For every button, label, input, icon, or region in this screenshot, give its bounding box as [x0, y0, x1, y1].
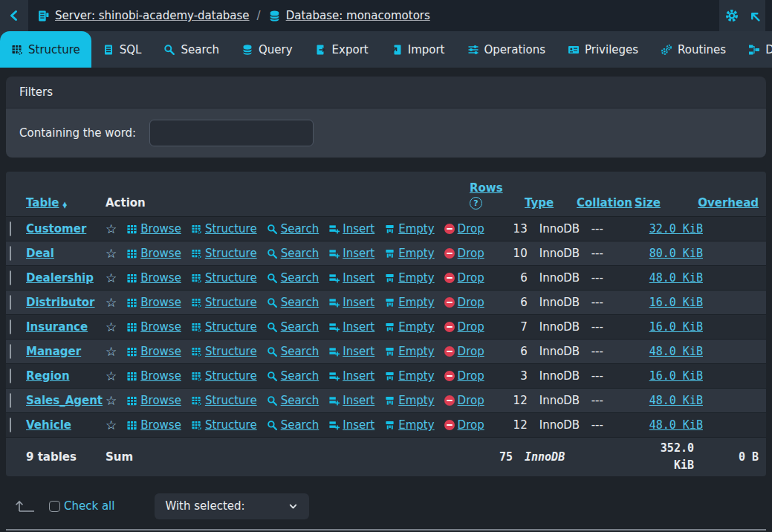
- database-link[interactable]: Database: monacomotors: [286, 9, 430, 22]
- search-link[interactable]: Search: [267, 369, 319, 383]
- search-link[interactable]: Search: [267, 247, 319, 260]
- insert-link[interactable]: Insert: [328, 247, 374, 260]
- row-checkbox[interactable]: [10, 221, 11, 236]
- breadcrumb-database[interactable]: Database: monacomotors: [268, 9, 430, 22]
- drop-link[interactable]: Drop: [444, 222, 484, 236]
- browse-link[interactable]: Browse: [126, 271, 181, 285]
- row-checkbox[interactable]: [10, 344, 11, 359]
- drop-link[interactable]: Drop: [444, 296, 484, 309]
- empty-link[interactable]: Empty: [384, 271, 434, 285]
- browse-link[interactable]: Browse: [126, 345, 181, 358]
- browse-link[interactable]: Browse: [126, 247, 181, 260]
- drop-link[interactable]: Drop: [444, 418, 484, 432]
- drop-link[interactable]: Drop: [444, 271, 484, 285]
- rows-sort-link[interactable]: Rows: [470, 181, 503, 195]
- tab-export[interactable]: Export: [304, 31, 380, 68]
- breadcrumb-server[interactable]: Server: shinobi-academy-database: [37, 9, 250, 22]
- favorite-star-icon[interactable]: ☆: [106, 346, 117, 358]
- structure-link[interactable]: Structure: [191, 320, 257, 334]
- collation-sort-link[interactable]: Collation: [577, 196, 632, 210]
- server-link[interactable]: Server: shinobi-academy-database: [55, 9, 250, 22]
- browse-link[interactable]: Browse: [126, 320, 181, 334]
- insert-link[interactable]: Insert: [328, 345, 374, 358]
- favorite-star-icon[interactable]: ☆: [106, 296, 117, 309]
- structure-link[interactable]: Structure: [191, 296, 257, 309]
- tab-structure[interactable]: Structure: [0, 31, 91, 68]
- table-name-link[interactable]: Distributor: [26, 296, 95, 309]
- with-selected-select[interactable]: With selected:: [155, 493, 309, 519]
- search-link[interactable]: Search: [267, 296, 319, 309]
- drop-link[interactable]: Drop: [444, 369, 484, 383]
- empty-link[interactable]: Empty: [384, 320, 434, 334]
- structure-link[interactable]: Structure: [191, 247, 257, 260]
- tab-sql[interactable]: SQL: [91, 31, 153, 68]
- structure-link[interactable]: Structure: [191, 222, 257, 236]
- favorite-star-icon[interactable]: ☆: [106, 395, 117, 407]
- row-size-link[interactable]: 16.0 KiB: [649, 320, 703, 334]
- row-checkbox[interactable]: [10, 295, 11, 310]
- structure-link[interactable]: Structure: [191, 345, 257, 358]
- check-all[interactable]: Check all: [49, 499, 114, 513]
- back-button[interactable]: [0, 0, 28, 31]
- tab-query[interactable]: Query: [230, 31, 304, 68]
- tab-privileges[interactable]: Privileges: [557, 31, 649, 68]
- row-size-link[interactable]: 32.0 KiB: [649, 222, 703, 236]
- table-name-link[interactable]: Insurance: [26, 320, 88, 334]
- table-name-link[interactable]: Region: [26, 369, 70, 383]
- browse-link[interactable]: Browse: [126, 222, 181, 236]
- row-checkbox[interactable]: [10, 319, 11, 334]
- expand-icon[interactable]: [748, 10, 761, 22]
- insert-link[interactable]: Insert: [328, 418, 374, 432]
- row-size-link[interactable]: 48.0 KiB: [649, 271, 703, 285]
- browse-link[interactable]: Browse: [126, 394, 181, 407]
- row-size-link[interactable]: 16.0 KiB: [649, 369, 703, 383]
- table-name-link[interactable]: Deal: [26, 247, 54, 260]
- search-link[interactable]: Search: [267, 418, 319, 432]
- empty-link[interactable]: Empty: [384, 296, 434, 309]
- search-link[interactable]: Search: [267, 394, 319, 407]
- check-all-checkbox[interactable]: [49, 501, 60, 512]
- favorite-star-icon[interactable]: ☆: [106, 223, 117, 236]
- table-name-link[interactable]: Dealership: [26, 271, 94, 285]
- empty-link[interactable]: Empty: [384, 394, 434, 407]
- row-size-link[interactable]: 48.0 KiB: [649, 394, 703, 407]
- favorite-star-icon[interactable]: ☆: [106, 321, 117, 334]
- size-sort-link[interactable]: Size: [635, 196, 661, 210]
- rows-help-icon[interactable]: ?: [470, 197, 482, 210]
- row-checkbox[interactable]: [10, 369, 11, 383]
- favorite-star-icon[interactable]: ☆: [106, 419, 117, 432]
- tab-search[interactable]: Search: [152, 31, 230, 68]
- table-name-link[interactable]: Vehicle: [26, 418, 71, 432]
- search-link[interactable]: Search: [267, 222, 319, 236]
- table-name-link[interactable]: Sales_Agent: [26, 394, 103, 407]
- table-sort-link[interactable]: Table: [26, 196, 59, 210]
- insert-link[interactable]: Insert: [328, 222, 374, 236]
- structure-link[interactable]: Structure: [191, 394, 257, 407]
- drop-link[interactable]: Drop: [444, 394, 484, 407]
- overhead-sort-link[interactable]: Overhead: [698, 196, 759, 210]
- structure-link[interactable]: Structure: [191, 271, 257, 285]
- browse-link[interactable]: Browse: [126, 296, 181, 309]
- insert-link[interactable]: Insert: [328, 296, 374, 309]
- tab-import[interactable]: Import: [380, 31, 456, 68]
- empty-link[interactable]: Empty: [384, 418, 434, 432]
- tab-designer[interactable]: Designer: [737, 31, 772, 68]
- favorite-star-icon[interactable]: ☆: [106, 370, 117, 383]
- insert-link[interactable]: Insert: [328, 394, 374, 407]
- search-link[interactable]: Search: [267, 271, 319, 285]
- gear-icon[interactable]: [724, 8, 739, 23]
- containing-word-input[interactable]: [149, 120, 314, 146]
- row-checkbox[interactable]: [10, 393, 11, 408]
- tab-operations[interactable]: Operations: [456, 31, 557, 68]
- favorite-star-icon[interactable]: ☆: [106, 247, 117, 260]
- empty-link[interactable]: Empty: [384, 247, 434, 260]
- row-size-link[interactable]: 48.0 KiB: [649, 418, 703, 432]
- empty-link[interactable]: Empty: [384, 345, 434, 358]
- table-name-link[interactable]: Customer: [26, 222, 86, 236]
- browse-link[interactable]: Browse: [126, 369, 181, 383]
- empty-link[interactable]: Empty: [384, 222, 434, 236]
- favorite-star-icon[interactable]: ☆: [106, 272, 117, 285]
- table-name-link[interactable]: Manager: [26, 345, 81, 358]
- drop-link[interactable]: Drop: [444, 345, 484, 358]
- row-size-link[interactable]: 80.0 KiB: [649, 247, 703, 260]
